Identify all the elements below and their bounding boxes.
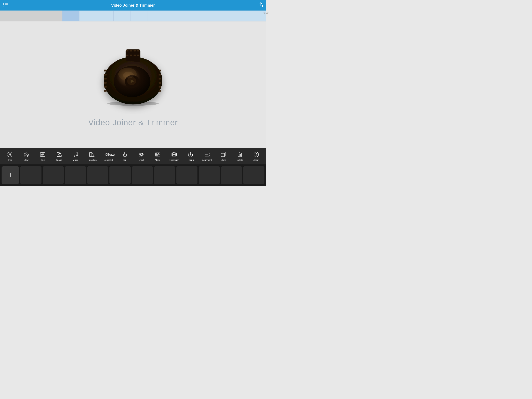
add-media-button[interactable]: +	[1, 166, 19, 184]
menu-icon[interactable]	[3, 3, 8, 8]
svg-point-81	[256, 153, 256, 154]
timing-icon: 1	[187, 151, 194, 158]
toolbar-item-about[interactable]: About	[250, 148, 262, 164]
media-slot[interactable]	[43, 166, 64, 184]
timeline-cell[interactable]	[130, 11, 147, 21]
svg-point-0	[3, 3, 4, 4]
svg-marker-56	[89, 153, 92, 156]
media-slot[interactable]	[154, 166, 175, 184]
toolbar-label-clone: Clone	[221, 159, 226, 161]
toolbar-item-timing[interactable]: 1 Timing	[185, 148, 196, 164]
media-slot[interactable]	[65, 166, 86, 184]
toolbar-label-slow: Slow	[24, 159, 29, 161]
timeline-cell[interactable]	[62, 11, 79, 21]
toolbar-label-transition: Transition	[87, 159, 97, 161]
tap-icon	[121, 151, 128, 158]
toolbar-label-alignment: Alignment	[202, 159, 212, 161]
media-strip: +	[0, 164, 266, 186]
media-slot[interactable]	[109, 166, 131, 184]
svg-line-43	[25, 156, 25, 156]
svg-point-1	[3, 4, 4, 5]
share-icon[interactable]	[259, 2, 263, 8]
media-slot[interactable]	[221, 166, 242, 184]
app-subtitle: Video Joiner & Trimmer	[88, 118, 178, 127]
timeline-cell[interactable]	[215, 11, 232, 21]
toolbar-item-soundfx[interactable]: POW! SoundFX	[102, 148, 114, 164]
toolbar-label-soundfx: SoundFX	[104, 159, 113, 161]
image-icon	[56, 151, 63, 158]
toolbar: Trim Slow Text Image Music Transition PO…	[0, 148, 266, 164]
media-slot[interactable]	[177, 166, 198, 184]
toolbar-item-alignment[interactable]: Alignment	[201, 148, 213, 164]
toolbar-label-image: Image	[56, 159, 62, 161]
toolbar-label-music: Music	[73, 159, 78, 161]
timeline-cell[interactable]	[232, 11, 249, 21]
media-slot[interactable]	[132, 166, 153, 184]
music-note-icon	[72, 151, 79, 158]
toolbar-item-resolution[interactable]: Resolution	[168, 148, 180, 164]
timeline-cell[interactable]	[164, 11, 181, 21]
toolbar-label-mode: Mode	[155, 159, 160, 161]
effect-icon	[138, 151, 145, 158]
media-slot[interactable]	[20, 166, 41, 184]
toolbar-item-tap[interactable]: Tap	[119, 148, 131, 164]
toolbar-label-about: About	[253, 159, 259, 161]
timeline-cells[interactable]	[62, 11, 266, 21]
media-slot[interactable]	[87, 166, 108, 184]
toolbar-item-effect[interactable]: Effect	[135, 148, 147, 164]
media-slot[interactable]	[199, 166, 220, 184]
svg-rect-28	[159, 90, 161, 91]
svg-rect-12	[126, 55, 128, 56]
svg-rect-10	[133, 50, 136, 51]
timeline-cell[interactable]	[198, 11, 215, 21]
svg-rect-25	[159, 78, 161, 79]
resolution-icon	[171, 151, 177, 158]
svg-rect-24	[159, 74, 161, 75]
delete-icon	[236, 151, 243, 158]
toolbar-item-transition[interactable]: Transition	[86, 148, 98, 164]
speedometer-icon	[23, 151, 30, 158]
timeline-cell[interactable]	[147, 11, 164, 21]
timeline-cell[interactable]	[113, 11, 130, 21]
toolbar-item-text[interactable]: Text	[37, 148, 49, 164]
toolbar-item-image[interactable]: Image	[53, 148, 65, 164]
svg-rect-22	[104, 90, 107, 91]
alignment-icon	[203, 151, 210, 158]
toolbar-label-text: Text	[41, 159, 44, 161]
toolbar-item-delete[interactable]: Delete	[234, 148, 246, 164]
svg-point-34	[107, 101, 159, 106]
svg-text:POW!: POW!	[109, 154, 115, 156]
timeline-cell[interactable]	[181, 11, 198, 21]
toolbar-item-mode[interactable]: Mode	[152, 148, 164, 164]
svg-rect-26	[159, 82, 161, 83]
toolbar-item-trim[interactable]: Trim	[4, 148, 16, 164]
svg-rect-19	[104, 78, 107, 79]
svg-rect-27	[159, 86, 161, 87]
svg-rect-69	[205, 153, 208, 154]
svg-point-53	[59, 153, 61, 154]
svg-rect-13	[130, 55, 132, 56]
toolbar-label-tap: Tap	[123, 159, 127, 161]
film-reel-icon	[96, 46, 170, 108]
toolbar-label-timing: Timing	[187, 159, 194, 161]
toolbar-item-slow[interactable]: Slow	[20, 148, 32, 164]
time-display: 0:00	[263, 11, 266, 14]
preview-area: Video Joiner & Trimmer	[0, 21, 266, 148]
scissors-icon	[6, 151, 13, 158]
timeline-cell[interactable]	[96, 11, 113, 21]
film-reel-container	[92, 42, 174, 112]
svg-point-33	[123, 72, 134, 78]
media-slot[interactable]	[243, 166, 265, 184]
soundfx-icon: POW!	[105, 151, 112, 158]
transition-icon	[89, 151, 95, 158]
svg-rect-11	[137, 50, 139, 51]
svg-rect-58	[106, 154, 107, 155]
clone-icon	[220, 151, 227, 158]
toolbar-item-music[interactable]: Music	[70, 148, 81, 164]
toolbar-label-resolution: Resolution	[169, 159, 179, 161]
timeline-cell[interactable]	[79, 11, 96, 21]
svg-text:1: 1	[190, 154, 191, 156]
toolbar-item-clone[interactable]: Clone	[217, 148, 229, 164]
svg-rect-70	[205, 155, 209, 156]
svg-rect-21	[104, 86, 107, 87]
